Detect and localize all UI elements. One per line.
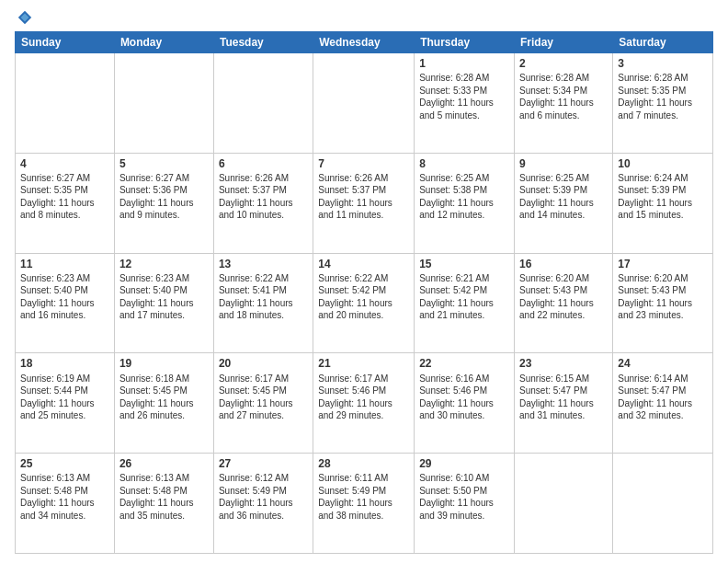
calendar-cell: 29Sunrise: 6:10 AM Sunset: 5:50 PM Dayli… (415, 454, 515, 554)
day-info: Sunrise: 6:24 AM Sunset: 5:39 PM Dayligh… (618, 172, 708, 222)
week-row-4: 25Sunrise: 6:13 AM Sunset: 5:48 PM Dayli… (16, 454, 713, 554)
calendar-cell: 25Sunrise: 6:13 AM Sunset: 5:48 PM Dayli… (16, 454, 115, 554)
calendar-cell: 5Sunrise: 6:27 AM Sunset: 5:36 PM Daylig… (114, 153, 213, 253)
calendar-cell: 26Sunrise: 6:13 AM Sunset: 5:48 PM Dayli… (114, 454, 213, 554)
calendar-cell: 15Sunrise: 6:21 AM Sunset: 5:42 PM Dayli… (415, 253, 515, 353)
day-info: Sunrise: 6:26 AM Sunset: 5:37 PM Dayligh… (318, 172, 409, 222)
day-info: Sunrise: 6:12 AM Sunset: 5:49 PM Dayligh… (219, 472, 308, 522)
calendar-cell: 17Sunrise: 6:20 AM Sunset: 5:43 PM Dayli… (613, 253, 713, 353)
calendar-cell: 19Sunrise: 6:18 AM Sunset: 5:45 PM Dayli… (114, 353, 213, 454)
logo (15, 9, 33, 26)
day-number: 22 (419, 356, 509, 371)
day-number: 19 (119, 356, 209, 371)
day-info: Sunrise: 6:10 AM Sunset: 5:50 PM Dayligh… (419, 472, 509, 522)
calendar-cell: 7Sunrise: 6:26 AM Sunset: 5:37 PM Daylig… (313, 153, 415, 253)
day-info: Sunrise: 6:11 AM Sunset: 5:49 PM Dayligh… (318, 472, 409, 522)
calendar-cell: 3Sunrise: 6:28 AM Sunset: 5:35 PM Daylig… (613, 53, 713, 154)
day-number: 25 (20, 456, 109, 471)
week-row-1: 4Sunrise: 6:27 AM Sunset: 5:35 PM Daylig… (16, 153, 713, 253)
day-info: Sunrise: 6:13 AM Sunset: 5:48 PM Dayligh… (20, 472, 109, 522)
day-number: 17 (618, 257, 708, 271)
day-info: Sunrise: 6:21 AM Sunset: 5:42 PM Dayligh… (419, 272, 509, 322)
day-number: 27 (219, 456, 308, 471)
calendar-cell (313, 53, 415, 154)
calendar-cell: 12Sunrise: 6:23 AM Sunset: 5:40 PM Dayli… (114, 253, 213, 353)
calendar-cell: 8Sunrise: 6:25 AM Sunset: 5:38 PM Daylig… (415, 153, 515, 253)
day-info: Sunrise: 6:28 AM Sunset: 5:35 PM Dayligh… (618, 72, 708, 121)
weekday-header-thursday: Thursday (415, 32, 515, 53)
day-info: Sunrise: 6:28 AM Sunset: 5:33 PM Dayligh… (419, 72, 509, 121)
calendar-cell (16, 53, 115, 154)
day-info: Sunrise: 6:27 AM Sunset: 5:36 PM Dayligh… (119, 172, 209, 222)
calendar-cell: 23Sunrise: 6:15 AM Sunset: 5:47 PM Dayli… (515, 353, 613, 454)
calendar-cell: 1Sunrise: 6:28 AM Sunset: 5:33 PM Daylig… (415, 53, 515, 154)
calendar-cell: 4Sunrise: 6:27 AM Sunset: 5:35 PM Daylig… (16, 153, 115, 253)
week-row-2: 11Sunrise: 6:23 AM Sunset: 5:40 PM Dayli… (16, 253, 713, 353)
day-number: 3 (618, 56, 708, 71)
day-number: 2 (519, 56, 608, 71)
calendar-cell: 22Sunrise: 6:16 AM Sunset: 5:46 PM Dayli… (415, 353, 515, 454)
weekday-header-wednesday: Wednesday (313, 32, 415, 53)
weekday-header-monday: Monday (114, 32, 213, 53)
weekday-row: SundayMondayTuesdayWednesdayThursdayFrid… (16, 32, 713, 53)
day-number: 8 (419, 156, 509, 171)
calendar-cell: 20Sunrise: 6:17 AM Sunset: 5:45 PM Dayli… (213, 353, 313, 454)
day-info: Sunrise: 6:23 AM Sunset: 5:40 PM Dayligh… (20, 272, 109, 322)
day-info: Sunrise: 6:16 AM Sunset: 5:46 PM Dayligh… (419, 373, 509, 422)
day-number: 24 (618, 356, 708, 371)
weekday-header-sunday: Sunday (16, 32, 115, 53)
day-number: 15 (419, 257, 509, 271)
day-number: 5 (119, 156, 209, 171)
calendar-cell: 13Sunrise: 6:22 AM Sunset: 5:41 PM Dayli… (213, 253, 313, 353)
day-info: Sunrise: 6:17 AM Sunset: 5:46 PM Dayligh… (318, 373, 409, 422)
day-number: 4 (20, 156, 109, 171)
weekday-header-tuesday: Tuesday (213, 32, 313, 53)
day-info: Sunrise: 6:20 AM Sunset: 5:43 PM Dayligh… (618, 272, 708, 322)
day-number: 21 (318, 356, 409, 371)
calendar-cell: 14Sunrise: 6:22 AM Sunset: 5:42 PM Dayli… (313, 253, 415, 353)
week-row-3: 18Sunrise: 6:19 AM Sunset: 5:44 PM Dayli… (16, 353, 713, 454)
day-number: 9 (519, 156, 608, 171)
day-info: Sunrise: 6:17 AM Sunset: 5:45 PM Dayligh… (219, 373, 308, 422)
calendar-cell (515, 454, 613, 554)
calendar-cell: 28Sunrise: 6:11 AM Sunset: 5:49 PM Dayli… (313, 454, 415, 554)
day-number: 16 (519, 257, 608, 271)
day-info: Sunrise: 6:19 AM Sunset: 5:44 PM Dayligh… (20, 373, 109, 422)
day-number: 28 (318, 456, 409, 471)
day-number: 12 (119, 257, 209, 271)
day-number: 14 (318, 257, 409, 271)
calendar-cell (213, 53, 313, 154)
calendar-cell: 2Sunrise: 6:28 AM Sunset: 5:34 PM Daylig… (515, 53, 613, 154)
day-info: Sunrise: 6:22 AM Sunset: 5:41 PM Dayligh… (219, 272, 308, 322)
day-number: 26 (119, 456, 209, 471)
weekday-header-friday: Friday (515, 32, 613, 53)
day-number: 1 (419, 56, 509, 71)
day-number: 11 (20, 257, 109, 271)
day-info: Sunrise: 6:27 AM Sunset: 5:35 PM Dayligh… (20, 172, 109, 222)
day-info: Sunrise: 6:15 AM Sunset: 5:47 PM Dayligh… (519, 373, 608, 422)
calendar-cell: 16Sunrise: 6:20 AM Sunset: 5:43 PM Dayli… (515, 253, 613, 353)
header (15, 9, 713, 26)
calendar-cell: 6Sunrise: 6:26 AM Sunset: 5:37 PM Daylig… (213, 153, 313, 253)
day-number: 7 (318, 156, 409, 171)
day-info: Sunrise: 6:18 AM Sunset: 5:45 PM Dayligh… (119, 373, 209, 422)
calendar-cell (114, 53, 213, 154)
calendar-cell: 24Sunrise: 6:14 AM Sunset: 5:47 PM Dayli… (613, 353, 713, 454)
day-number: 6 (219, 156, 308, 171)
day-info: Sunrise: 6:28 AM Sunset: 5:34 PM Dayligh… (519, 72, 608, 121)
calendar-cell: 27Sunrise: 6:12 AM Sunset: 5:49 PM Dayli… (213, 454, 313, 554)
day-info: Sunrise: 6:20 AM Sunset: 5:43 PM Dayligh… (519, 272, 608, 322)
week-row-0: 1Sunrise: 6:28 AM Sunset: 5:33 PM Daylig… (16, 53, 713, 154)
calendar-cell: 10Sunrise: 6:24 AM Sunset: 5:39 PM Dayli… (613, 153, 713, 253)
day-info: Sunrise: 6:25 AM Sunset: 5:38 PM Dayligh… (419, 172, 509, 222)
day-number: 23 (519, 356, 608, 371)
day-number: 20 (219, 356, 308, 371)
day-number: 29 (419, 456, 509, 471)
day-number: 18 (20, 356, 109, 371)
day-number: 13 (219, 257, 308, 271)
calendar: SundayMondayTuesdayWednesdayThursdayFrid… (15, 31, 713, 554)
day-info: Sunrise: 6:26 AM Sunset: 5:37 PM Dayligh… (219, 172, 308, 222)
day-info: Sunrise: 6:14 AM Sunset: 5:47 PM Dayligh… (618, 373, 708, 422)
weekday-header-saturday: Saturday (613, 32, 713, 53)
calendar-body: 1Sunrise: 6:28 AM Sunset: 5:33 PM Daylig… (16, 53, 713, 554)
